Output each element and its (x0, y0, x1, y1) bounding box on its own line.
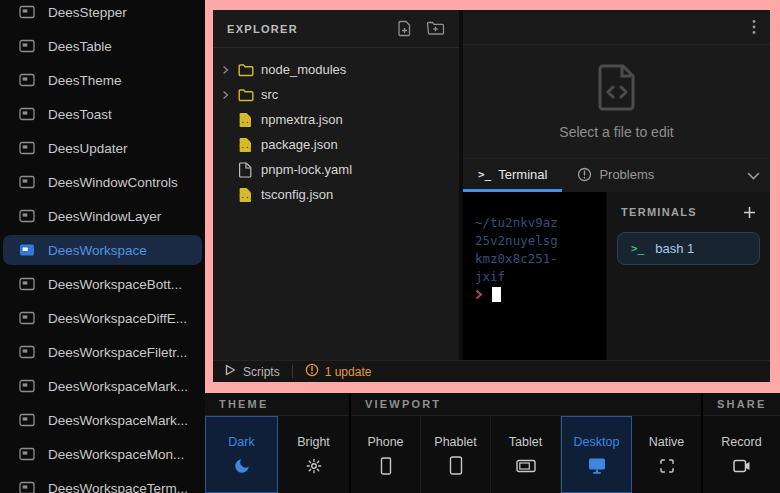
tree-item-label: package.json (261, 137, 338, 152)
kebab-icon[interactable] (752, 19, 756, 35)
svg-text:{..}: {..} (238, 116, 252, 125)
sidebar-item-deesworkspace[interactable]: DeesWorkspace (3, 235, 202, 265)
tab-terminal[interactable]: >_Terminal (463, 159, 562, 192)
scripts-button[interactable]: Scripts (225, 364, 280, 379)
new-file-icon[interactable] (396, 20, 413, 37)
file-tree: node_modulessrc{..}npmextra.json{..}pack… (213, 48, 459, 207)
json-file-icon: {..} (238, 112, 254, 128)
section-buttons: PhonePhabletTabletDesktopNative (351, 416, 701, 493)
button-label: Dark (228, 435, 254, 449)
desktop-icon (588, 457, 606, 475)
native-icon (659, 457, 675, 475)
button-label: Record (721, 435, 761, 449)
folder-icon (238, 63, 254, 77)
sidebar-item-deestheme[interactable]: DeesTheme (3, 65, 202, 95)
dark-button[interactable]: Dark (205, 416, 278, 493)
svg-text:{..}: {..} (238, 141, 252, 150)
window-icon (19, 413, 35, 427)
sidebar-item-deesstepper[interactable]: DeesStepper (3, 0, 202, 27)
sidebar-item-label: DeesWorkspaceMark... (48, 413, 188, 428)
update-icon (305, 363, 319, 380)
sidebar-item-deesworkspacemon[interactable]: DeesWorkspaceMon... (3, 439, 202, 469)
terminal-prompt-row (475, 287, 606, 302)
controls-section-share: SHARERecord (703, 393, 780, 493)
dees-workspace: EXPLORER node_modulessrc{..}npmextra.jso… (213, 10, 770, 382)
terminals-list: >_bash 1 (617, 232, 760, 265)
terminal-line: ~/tu2nkv9az (475, 214, 606, 232)
sidebar-item-label: DeesWorkspace (48, 243, 147, 258)
chevron-right-icon (222, 65, 235, 75)
explorer-header: EXPLORER (213, 10, 459, 48)
window-icon (19, 447, 35, 461)
plus-icon[interactable] (743, 206, 756, 219)
json-file-icon: {..} (238, 137, 254, 153)
new-folder-icon[interactable] (426, 20, 445, 37)
bright-button[interactable]: Bright (278, 416, 349, 493)
update-badge[interactable]: 1 update (305, 363, 372, 380)
terminal-session-label: bash 1 (655, 241, 694, 256)
tree-item-node-modules[interactable]: node_modules (213, 57, 459, 82)
terminal-line: 25v2nuyelsg (475, 232, 606, 250)
record-button[interactable]: Record (703, 416, 780, 493)
section-buttons: DarkBright (205, 416, 349, 493)
app: DeesStepperDeesTableDeesThemeDeesToastDe… (0, 0, 780, 493)
editor-empty-state: Select a file to edit (463, 45, 770, 158)
sidebar-item-deesworkspacemark[interactable]: DeesWorkspaceMark... (3, 371, 202, 401)
sidebar-item-deestoast[interactable]: DeesToast (3, 99, 202, 129)
button-label: Native (649, 435, 684, 449)
terminal-session-bash-1[interactable]: >_bash 1 (617, 232, 760, 265)
terminal-output[interactable]: ~/tu2nkv9az25v2nuyelsgkmz0x8c251-jxif (463, 192, 606, 360)
tablet-button[interactable]: Tablet (491, 416, 561, 493)
terminal-line: jxif (475, 268, 606, 286)
terminal-icon: >_ (631, 242, 644, 255)
sun-icon (306, 457, 322, 475)
window-icon (19, 107, 35, 121)
tablet-icon (516, 457, 536, 475)
sidebar-item-deesworkspacefiletr[interactable]: DeesWorkspaceFiletr... (3, 337, 202, 367)
folder-icon (238, 88, 254, 102)
window-icon (19, 311, 35, 325)
tree-item-tsconfig-json[interactable]: {..}tsconfig.json (213, 182, 459, 207)
tree-item-label: src (261, 87, 278, 102)
phablet-button[interactable]: Phablet (421, 416, 491, 493)
explorer-actions (396, 20, 445, 37)
sidebar-item-deesworkspacebott[interactable]: DeesWorkspaceBott... (3, 269, 202, 299)
tree-item-npmextra-json[interactable]: {..}npmextra.json (213, 107, 459, 132)
sidebar-item-deesupdater[interactable]: DeesUpdater (3, 133, 202, 163)
desktop-button[interactable]: Desktop (561, 416, 632, 493)
scripts-label: Scripts (243, 365, 280, 379)
terminals-panel: TERMINALS >_bash 1 (606, 192, 770, 360)
window-icon (19, 379, 35, 393)
sidebar-item-deesworkspaceterm[interactable]: DeesWorkspaceTerm... (3, 473, 202, 493)
tree-item-pnpm-lock-yaml[interactable]: pnpm-lock.yaml (213, 157, 459, 182)
sidebar-item-deestable[interactable]: DeesTable (3, 31, 202, 61)
sidebar-item-label: DeesWindowLayer (48, 209, 161, 224)
chevron-down-icon[interactable] (747, 159, 760, 192)
sidebar-item-label: DeesTheme (48, 73, 122, 88)
tree-item-src[interactable]: src (213, 82, 459, 107)
sidebar-item-deesworkspacediffe[interactable]: DeesWorkspaceDiffE... (3, 303, 202, 333)
window-icon (19, 481, 35, 493)
tree-item-label: tsconfig.json (261, 187, 333, 202)
tree-item-package-json[interactable]: {..}package.json (213, 132, 459, 157)
sidebar-item-label: DeesWorkspaceMark... (48, 379, 188, 394)
tree-item-label: pnpm-lock.yaml (261, 162, 352, 177)
window-icon (19, 141, 35, 155)
sidebar-item-label: DeesWorkspaceBott... (48, 277, 182, 292)
section-title: SHARE (703, 393, 780, 416)
problems-icon (577, 167, 592, 182)
section-buttons: Record (703, 416, 780, 493)
explorer-panel: EXPLORER node_modulessrc{..}npmextra.jso… (213, 10, 463, 360)
controls-section-theme: THEMEDarkBright (205, 393, 349, 493)
tab-problems[interactable]: Problems (562, 159, 669, 192)
sidebar-item-deeswindowlayer[interactable]: DeesWindowLayer (3, 201, 202, 231)
panel-body: ~/tu2nkv9az25v2nuyelsgkmz0x8c251-jxif TE… (463, 192, 770, 360)
editor-tabstrip (463, 10, 770, 45)
demo-controls: THEMEDarkBrightVIEWPORTPhonePhabletTable… (205, 393, 780, 493)
phone-button[interactable]: Phone (351, 416, 421, 493)
sidebar-item-deesworkspacemark[interactable]: DeesWorkspaceMark... (3, 405, 202, 435)
preview-frame: EXPLORER node_modulessrc{..}npmextra.jso… (205, 0, 780, 393)
workspace-main: EXPLORER node_modulessrc{..}npmextra.jso… (213, 10, 770, 360)
sidebar-item-deeswindowcontrols[interactable]: DeesWindowControls (3, 167, 202, 197)
native-button[interactable]: Native (632, 416, 701, 493)
